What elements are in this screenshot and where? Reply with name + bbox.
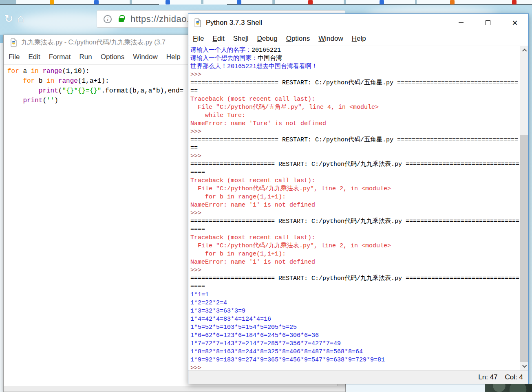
shell-line: 1*3=32*3=63*3=9 [190,307,520,315]
tab-favicon [50,0,54,4]
menu-run[interactable]: Run [79,53,92,61]
browser-tab[interactable] [275,0,344,4]
shell-line: ======================== RESTART: C:/pyt… [190,79,520,87]
browser-tab[interactable] [417,0,486,4]
menu-format[interactable]: Format [49,53,71,61]
shell-line: ======================= RESTART: C:/pyth… [190,161,520,169]
menu-help[interactable]: Help [352,35,366,43]
shell-line: ======================== RESTART: C:/pyt… [190,136,520,144]
menu-help[interactable]: Help [166,53,181,61]
shell-line: File "C:/python代码/九九乘法表.py", line 2, in … [190,242,520,250]
maximize-button[interactable] [475,14,501,31]
shell-line: 1*1=1 [190,291,520,299]
tab-favicon [166,0,170,4]
shell-line: Traceback (most recent call last): [190,177,520,185]
shell-line: 世界那么大！20165221想去中国台湾看看啊！ [190,63,520,71]
menu-window[interactable]: Window [318,35,343,43]
menu-window[interactable]: Window [133,53,157,61]
tab-favicon [380,0,384,4]
tab-favicon [512,0,517,4]
shell-status-bar: Ln: 47 Col: 4 [188,370,528,384]
chevron-down-icon [522,363,527,368]
screen: ↻ ⌂ i https://zhidao. 九九乘法表.py - C:/pyth… [0,0,532,392]
window-controls: × [448,14,528,31]
shell-line: while Ture: [190,112,520,120]
browser-content-strip [346,384,485,392]
scroll-up-button[interactable] [520,46,528,54]
shell-window: Python 3.7.3 Shell × FileEditShellDebugO… [188,13,529,384]
shell-menu-bar: FileEditShellDebugOptionsWindowHelp [188,31,528,46]
shell-line: Traceback (most recent call last): [190,234,520,242]
shell-line: 1*2=22*2=4 [190,299,520,307]
lock-icon [119,18,124,22]
editor-title: 九九乘法表.py - C:/python代码/九九乘法表.py (3.7 [21,38,166,47]
menu-file[interactable]: File [9,53,20,61]
shell-line: 1*6=62*6=123*6=184*6=245*6=306*6=36 [190,332,520,340]
tab-favicon [94,0,99,4]
shell-title-bar[interactable]: Python 3.7.3 Shell × [188,14,528,31]
shell-line: >>> [190,128,520,136]
tab-favicon [308,0,313,4]
shell-text-area[interactable]: 请输入一个人的名字：20165221请输入一个想去的国家：中国台湾世界那么大！2… [188,46,520,370]
shell-line: == [190,87,520,95]
scroll-down-button[interactable] [520,362,528,370]
shell-line: NameError: name 'i' is not defined [190,201,520,209]
shell-line: ======================= RESTART: C:/pyth… [190,218,520,226]
browser-tab[interactable] [203,0,273,4]
shell-line: >>> [190,266,520,275]
shell-line: >>> [190,364,520,370]
browser-tab[interactable] [346,0,415,4]
shell-line: for b in range(1,i+1): [190,250,520,258]
shell-line: ==== [190,169,520,177]
shell-line: 请输入一个人的名字：20165221 [190,46,520,55]
shell-line: NameError: name 'i' is not defined [190,258,520,266]
menu-edit[interactable]: Edit [28,53,40,61]
close-icon: × [512,18,518,28]
shell-line: 请输入一个想去的国家：中国台湾 [190,55,520,63]
browser-tab[interactable] [132,0,201,4]
maximize-icon [486,20,490,25]
reload-icon[interactable]: ↻ [4,13,13,24]
menu-options[interactable]: Options [286,35,310,43]
tab-favicon [450,0,455,4]
home-icon[interactable]: ⌂ [17,13,24,24]
shell-line: ======================= RESTART: C:/pyth… [190,275,520,283]
url-text[interactable]: https://zhidao. [130,14,189,24]
shell-line: ==== [190,226,520,234]
close-button[interactable]: × [501,14,528,31]
shell-line: == [190,144,520,152]
chevron-up-icon [522,48,527,53]
shell-scrollbar[interactable] [520,46,528,370]
shell-line: for b in range(1,i+1): [190,193,520,201]
shell-line: >>> [190,209,520,218]
shell-line: File "C:/python代码/九九乘法表.py", line 2, in … [190,185,520,193]
shell-line: NameError: name 'Ture' is not defined [190,120,520,128]
idle-file-icon [194,18,202,27]
menu-edit[interactable]: Edit [212,35,224,43]
scrollbar-thumb[interactable] [520,135,528,362]
shell-line: 1*5=52*5=103*5=154*5=205*5=25 [190,324,520,332]
shell-line: >>> [190,152,520,161]
left-edge-strip [0,35,3,392]
shell-line: >>> [190,71,520,79]
idle-file-icon [11,38,18,47]
browser-tab[interactable] [479,0,532,4]
info-icon[interactable]: i [104,15,112,23]
menu-shell[interactable]: Shell [233,35,249,43]
shell-line: ==== [190,283,520,291]
shell-line: 1*7=72*7=143*7=214*7=285*7=356*7=427*7=4… [190,340,520,348]
shell-line: Traceback (most recent call last): [190,95,520,104]
menu-debug[interactable]: Debug [257,35,278,43]
browser-tab-strip [0,0,532,5]
shell-line: 1*8=82*8=163*8=244*8=325*8=406*8=487*8=5… [190,348,520,356]
minimize-button[interactable] [448,14,475,31]
shell-window-title: Python 3.7.3 Shell [206,19,262,27]
shell-line: File "C:/python代码/五角星.py", line 4, in <m… [190,104,520,112]
shell-line: 1*9=92*9=183*9=274*9=365*9=456*9=547*9=6… [190,356,520,364]
minimize-icon [459,22,464,23]
menu-file[interactable]: File [193,35,204,43]
tab-favicon [237,0,241,4]
menu-options[interactable]: Options [101,53,125,61]
browser-tab[interactable] [61,0,130,4]
status-column-indicator: Col: 4 [505,373,523,381]
